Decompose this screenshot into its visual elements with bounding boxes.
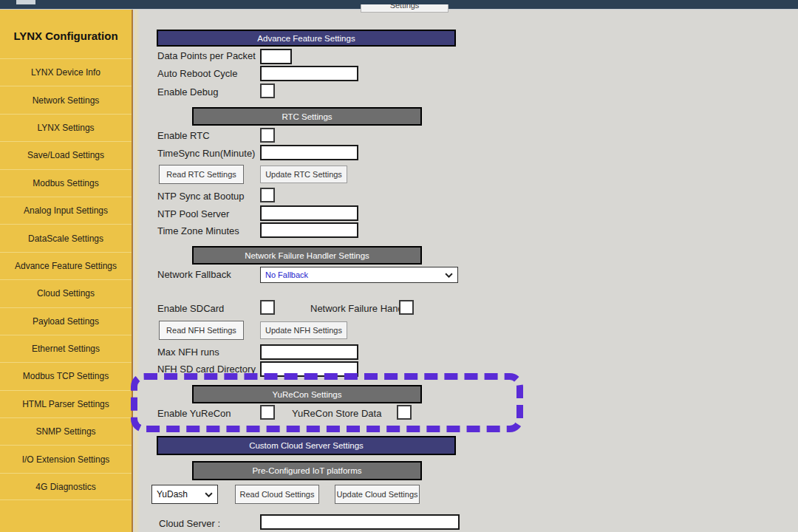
content-left-edge xyxy=(134,9,140,532)
ntp-sync-at-bootup-label: NTP Sync at Bootup xyxy=(157,191,245,202)
cloud-server-input[interactable] xyxy=(260,514,460,530)
ntp-pool-server-input[interactable] xyxy=(260,205,358,221)
sidebar-item-network-settings[interactable]: Network Settings xyxy=(0,86,132,113)
enable-rtc-checkbox[interactable] xyxy=(260,128,275,143)
sidebar-item-modbus-settings[interactable]: Modbus Settings xyxy=(0,169,132,197)
sidebar-item-lynx-settings[interactable]: LYNX Settings xyxy=(0,114,132,141)
read-rtc-settings-button[interactable]: Read RTC Settings xyxy=(159,165,244,184)
yurecon-store-data-checkbox[interactable] xyxy=(397,405,412,420)
sidebar-item-datascale-settings[interactable]: DataScale Settings xyxy=(0,224,132,251)
nfh-sd-card-directory-label: NFH SD card Directory xyxy=(157,364,256,375)
update-rtc-settings-button[interactable]: Update RTC Settings xyxy=(260,166,347,183)
pre-configured-iot-platforms-header: Pre-Configured IoT platforms xyxy=(192,461,422,480)
sidebar-item-advance-feature-settings[interactable]: Advance Feature Settings xyxy=(0,252,132,279)
network-failure-handle-label: Network Failure Handle xyxy=(310,303,411,314)
sidebar-items: LYNX Device InfoNetwork SettingsLYNX Set… xyxy=(0,58,132,500)
update-nfh-settings-button[interactable]: Update NFH Settings xyxy=(260,321,347,339)
network-fallback-selected-value: No Fallback xyxy=(261,270,443,279)
max-nfh-runs-input[interactable] xyxy=(260,344,358,360)
timesync-run-label: TimeSync Run(Minute) xyxy=(157,148,255,159)
sidebar-item-html-parser-settings[interactable]: HTML Parser Settings xyxy=(0,390,132,417)
auto-reboot-cycle-input[interactable] xyxy=(260,66,358,81)
sidebar-item-4g-diagnostics[interactable]: 4G Diagnostics xyxy=(0,473,132,500)
ntp-pool-server-label: NTP Pool Server xyxy=(157,208,229,219)
network-fallback-label: Network Fallback xyxy=(157,269,231,280)
advance-feature-settings-header: Advance Feature Settings xyxy=(157,30,456,47)
yurecon-settings-header: YuReCon Settings xyxy=(192,385,422,403)
chevron-down-icon xyxy=(443,273,454,278)
cloud-server-label: Cloud Server : xyxy=(159,518,220,529)
enable-rtc-label: Enable RTC xyxy=(157,130,210,141)
chevron-down-icon xyxy=(202,492,214,497)
sidebar-item-cloud-settings[interactable]: Cloud Settings xyxy=(0,279,132,307)
max-nfh-runs-label: Max NFH runs xyxy=(157,347,219,358)
time-zone-minutes-input[interactable] xyxy=(260,222,358,238)
nfh-sd-card-directory-input[interactable] xyxy=(260,361,358,377)
read-cloud-settings-button[interactable]: Read Cloud Settings xyxy=(235,485,319,504)
sidebar-item-lynx-device-info[interactable]: LYNX Device Info xyxy=(0,58,132,86)
enable-yurecon-label: Enable YuReCon xyxy=(157,408,231,419)
data-points-per-packet-input[interactable] xyxy=(260,49,292,64)
sidebar-item-ethernet-settings[interactable]: Ethernet Settings xyxy=(0,335,132,362)
iot-platform-select[interactable]: YuDash xyxy=(151,485,218,504)
sidebar-item-analog-input-settings[interactable]: Analog Input Settings xyxy=(0,197,132,224)
enable-yurecon-checkbox[interactable] xyxy=(260,405,275,420)
sidebar-item-save-load-settings[interactable]: Save/Load Settings xyxy=(0,141,132,168)
network-failure-handler-settings-header: Network Failure Handler Settings xyxy=(192,246,422,265)
settings-button-partial[interactable]: Settings xyxy=(361,4,449,13)
ntp-sync-at-bootup-checkbox[interactable] xyxy=(260,188,275,202)
sidebar-item-payload-settings[interactable]: Payload Settings xyxy=(0,307,132,335)
time-zone-minutes-label: Time Zone Minutes xyxy=(157,225,239,236)
enable-debug-label: Enable Debug xyxy=(157,86,218,98)
sidebar-item-modbus-tcp-settings[interactable]: Modbus TCP Settings xyxy=(0,362,132,389)
read-nfh-settings-button[interactable]: Read NFH Settings xyxy=(159,321,244,340)
auto-reboot-cycle-label: Auto Reboot Cycle xyxy=(157,68,237,79)
sidebar-item-i-o-extension-settings[interactable]: I/O Extension Settings xyxy=(0,445,132,472)
sidebar-title: LYNX Configuration xyxy=(0,9,132,58)
iot-platform-selected-value: YuDash xyxy=(152,489,202,499)
settings-button-label: Settings xyxy=(390,4,420,12)
network-fallback-select[interactable]: No Fallback xyxy=(260,267,458,283)
timesync-run-input[interactable] xyxy=(260,145,358,160)
enable-debug-checkbox[interactable] xyxy=(260,83,275,98)
app-window: Settings LYNX Configuration LYNX Device … xyxy=(0,0,798,532)
network-failure-handle-checkbox[interactable] xyxy=(399,300,414,315)
yurecon-store-data-label: YuReCon Store Data xyxy=(292,408,381,419)
data-points-per-packet-label: Data Points per Packet xyxy=(157,50,256,61)
enable-sdcard-checkbox[interactable] xyxy=(260,300,275,315)
sidebar: LYNX Configuration LYNX Device InfoNetwo… xyxy=(0,9,133,532)
update-cloud-settings-button[interactable]: Update Cloud Settings xyxy=(335,485,420,504)
enable-sdcard-label: Enable SDCard xyxy=(157,303,224,314)
sidebar-item-snmp-settings[interactable]: SNMP Settings xyxy=(0,417,132,445)
topbar-partial-element xyxy=(16,0,35,4)
rtc-settings-header: RTC Settings xyxy=(192,107,422,126)
custom-cloud-server-settings-header: Custom Cloud Server Settings xyxy=(157,436,456,455)
